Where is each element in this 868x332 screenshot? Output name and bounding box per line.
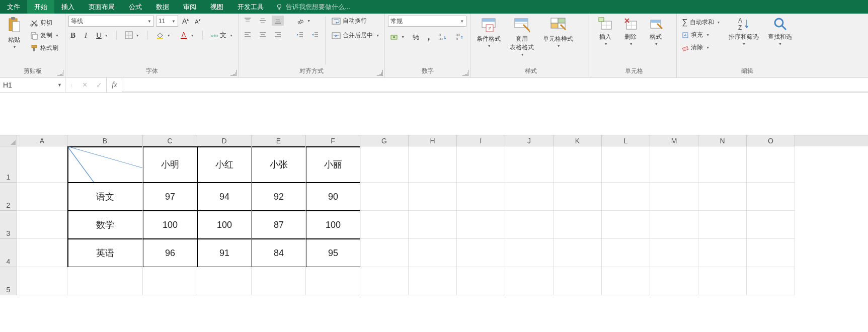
cell-B2[interactable]: 语文 <box>67 183 143 211</box>
cell-I4[interactable] <box>457 239 505 267</box>
cell-C4[interactable]: 96 <box>143 239 197 267</box>
menu-tab-insert[interactable]: 插入 <box>54 0 82 14</box>
cell-C3[interactable]: 100 <box>143 211 197 239</box>
cell-F4[interactable]: 95 <box>306 239 360 267</box>
format-cells-button[interactable]: 格式▼ <box>645 16 667 47</box>
cell-A2[interactable] <box>17 183 67 211</box>
cell-M3[interactable] <box>650 211 698 239</box>
column-header-N[interactable]: N <box>698 135 747 146</box>
clear-button[interactable]: 清除▼ <box>680 42 722 53</box>
cell-F3[interactable]: 100 <box>306 211 360 239</box>
cell-A1[interactable] <box>17 146 67 183</box>
cell-M1[interactable] <box>650 146 698 183</box>
cell-F2[interactable]: 90 <box>306 183 360 211</box>
clipboard-launcher-icon[interactable] <box>57 70 63 76</box>
cell-J4[interactable] <box>505 239 554 267</box>
cell-D5[interactable] <box>197 267 252 295</box>
find-select-button[interactable]: 查找和选▼ <box>765 16 795 47</box>
column-header-E[interactable]: E <box>252 135 306 146</box>
column-header-L[interactable]: L <box>602 135 650 146</box>
name-box[interactable]: H1 ▼ <box>0 78 65 92</box>
cell-G1[interactable] <box>360 146 409 183</box>
increase-indent-button[interactable] <box>309 30 321 40</box>
percent-button[interactable]: % <box>411 32 421 42</box>
align-middle-button[interactable] <box>257 16 269 26</box>
decrease-decimal-button[interactable]: .00.0 <box>453 32 466 42</box>
column-header-C[interactable]: C <box>143 135 197 146</box>
cell-O3[interactable] <box>747 211 795 239</box>
cell-G2[interactable] <box>360 183 409 211</box>
menu-tab-layout[interactable]: 页面布局 <box>82 0 122 14</box>
row-header-1[interactable]: 1 <box>0 146 17 183</box>
enter-icon[interactable]: ✓ <box>96 81 102 89</box>
sort-filter-button[interactable]: AZ 排序和筛选▼ <box>726 16 762 47</box>
cell-C5[interactable] <box>143 267 197 295</box>
cell-N3[interactable] <box>698 211 747 239</box>
column-header-M[interactable]: M <box>650 135 698 146</box>
cell-F5[interactable] <box>306 267 360 295</box>
borders-button[interactable]: ▼ <box>123 30 141 40</box>
menu-tab-home[interactable]: 开始 <box>27 0 54 14</box>
increase-decimal-button[interactable]: .0.00 <box>436 32 449 42</box>
cell-I1[interactable] <box>457 146 505 183</box>
worksheet-grid[interactable]: ABCDEFGHIJKLMNO 1小明小红小张小丽2语文979492903数学1… <box>0 135 868 295</box>
cell-N1[interactable] <box>698 146 747 183</box>
comma-button[interactable]: , <box>425 31 432 43</box>
cell-styles-button[interactable]: 单元格样式▼ <box>540 16 576 49</box>
cell-K5[interactable] <box>554 267 602 295</box>
cell-J5[interactable] <box>505 267 554 295</box>
table-format-button[interactable]: 套用 表格格式▼ <box>507 16 537 57</box>
number-launcher-icon[interactable] <box>462 70 468 76</box>
cell-H4[interactable] <box>409 239 457 267</box>
cell-K4[interactable] <box>554 239 602 267</box>
cell-N5[interactable] <box>698 267 747 295</box>
cell-D3[interactable]: 100 <box>197 211 252 239</box>
fill-button[interactable]: 填充▼ <box>680 30 722 40</box>
cell-L2[interactable] <box>602 183 650 211</box>
align-top-button[interactable] <box>242 16 254 26</box>
cancel-icon[interactable]: × <box>83 80 87 90</box>
cell-G5[interactable] <box>360 267 409 295</box>
cell-B3[interactable]: 数学 <box>67 211 143 239</box>
column-header-A[interactable]: A <box>17 135 67 146</box>
cell-E1[interactable]: 小张 <box>252 146 306 183</box>
column-header-I[interactable]: I <box>457 135 505 146</box>
cell-N2[interactable] <box>698 183 747 211</box>
cell-B4[interactable]: 英语 <box>67 239 143 267</box>
insert-cells-button[interactable]: 插入▼ <box>594 16 616 47</box>
cell-J2[interactable] <box>505 183 554 211</box>
menu-tab-dev[interactable]: 开发工具 <box>230 0 271 14</box>
cell-L5[interactable] <box>602 267 650 295</box>
cell-K2[interactable] <box>554 183 602 211</box>
cell-E5[interactable] <box>252 267 306 295</box>
cell-B1[interactable] <box>67 146 143 183</box>
cell-O2[interactable] <box>747 183 795 211</box>
increase-font-button[interactable]: A▴ <box>180 16 191 26</box>
cell-A3[interactable] <box>17 211 67 239</box>
cell-M2[interactable] <box>650 183 698 211</box>
column-header-F[interactable]: F <box>306 135 360 146</box>
menu-tab-formulas[interactable]: 公式 <box>122 0 149 14</box>
cell-E3[interactable]: 87 <box>252 211 306 239</box>
column-header-D[interactable]: D <box>197 135 252 146</box>
cell-G3[interactable] <box>360 211 409 239</box>
cell-N4[interactable] <box>698 239 747 267</box>
autosum-button[interactable]: ∑ 自动求和▼ <box>680 17 722 28</box>
delete-cells-button[interactable]: 删除▼ <box>619 16 642 47</box>
row-header-2[interactable]: 2 <box>0 183 17 211</box>
font-launcher-icon[interactable] <box>230 70 236 76</box>
number-format-combo[interactable]: 常规▼ <box>388 16 466 27</box>
cell-H5[interactable] <box>409 267 457 295</box>
cell-L3[interactable] <box>602 211 650 239</box>
paste-button[interactable]: 粘贴 ▼ <box>3 16 25 50</box>
underline-button[interactable]: U▼ <box>94 30 110 41</box>
italic-button[interactable]: I <box>83 30 89 41</box>
cell-L1[interactable] <box>602 146 650 183</box>
row-header-5[interactable]: 5 <box>0 267 17 295</box>
cell-J3[interactable] <box>505 211 554 239</box>
cell-H2[interactable] <box>409 183 457 211</box>
cell-I2[interactable] <box>457 183 505 211</box>
cell-O4[interactable] <box>747 239 795 267</box>
tell-me-search[interactable]: 告诉我您想要做什么... <box>271 0 355 14</box>
cell-C2[interactable]: 97 <box>143 183 197 211</box>
